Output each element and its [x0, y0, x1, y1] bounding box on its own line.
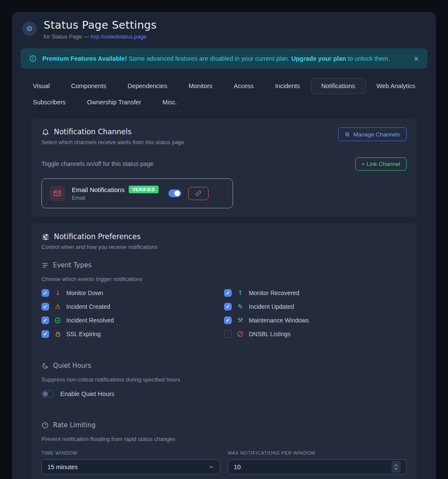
unlink-channel-button[interactable]	[188, 187, 209, 200]
banner-text: Premium Features Available! Some advance…	[42, 55, 390, 62]
status-page-link[interactable]: hsp.hostedstatus.page	[91, 33, 147, 40]
incident-updated-checkbox[interactable]	[224, 303, 232, 310]
channel-name: Email Notifications	[72, 186, 124, 193]
tab-incidents[interactable]: Incidents	[265, 78, 311, 94]
monitor-down-checkbox[interactable]	[41, 289, 49, 297]
settings-panel: ⚙ Status Page Settings for Status Page —…	[12, 12, 436, 479]
monitor-down-icon: ↓	[54, 290, 62, 296]
toggle-channels-hint: Toggle channels on/off for this status p…	[41, 160, 153, 167]
event-row-incident-resolved: Incident Resolved	[41, 316, 224, 325]
quiet-hours-toggle-label: Enable Quiet Hours	[60, 390, 115, 397]
tab-dependencies[interactable]: Dependencies	[117, 78, 178, 94]
quiet-hours-toggle[interactable]	[41, 390, 54, 398]
close-icon[interactable]: ×	[414, 54, 419, 63]
chain-link-icon	[195, 190, 201, 196]
event-row-monitor-down: ↓ Monitor Down	[41, 289, 224, 297]
tab-visual[interactable]: Visual	[22, 78, 60, 94]
event-row-incident-created: ⚠ Incident Created	[41, 302, 224, 311]
monitor-recovered-checkbox[interactable]	[224, 289, 232, 297]
event-row-maintenance-windows: ⚒ Maintenance Windows	[224, 316, 407, 325]
rate-limiting-form: TIME WINDOW 15 minutes MAX NOTIFICATIONS…	[41, 450, 407, 474]
tab-misc[interactable]: Misc.	[152, 94, 188, 110]
chevron-down-icon	[208, 464, 214, 470]
max-notifications-input[interactable]: 10	[228, 459, 407, 474]
gauge-icon	[41, 422, 49, 429]
incident-created-checkbox[interactable]	[41, 303, 49, 310]
info-icon	[29, 55, 37, 62]
channel-item-email: Email Notifications VERIFIED Email	[41, 178, 233, 208]
quiet-hours-heading: Quiet Hours	[41, 362, 407, 370]
event-row-dnsbl-listings: DNSBL Listings	[224, 330, 407, 338]
verified-badge: VERIFIED	[129, 186, 158, 193]
upgrade-plan-link[interactable]: Upgrade your plan	[291, 55, 346, 62]
max-notifications-label: MAX NOTIFICATIONS PER WINDOW	[228, 450, 407, 455]
dnsbl-checkbox[interactable]	[224, 330, 232, 338]
rate-limiting-subtitle: Prevent notification flooding from rapid…	[41, 436, 407, 442]
maintenance-checkbox[interactable]	[224, 316, 232, 324]
dnsbl-icon	[236, 331, 244, 337]
number-stepper[interactable]	[392, 461, 401, 473]
moon-icon	[41, 362, 49, 370]
incident-resolved-icon	[54, 317, 62, 324]
event-types-heading: Event Types	[41, 261, 407, 269]
channel-type: Email	[72, 195, 162, 201]
incident-resolved-checkbox[interactable]	[41, 316, 49, 324]
tab-monitors[interactable]: Monitors	[178, 78, 223, 94]
channels-heading: Notification Channels	[41, 127, 184, 136]
premium-banner: Premium Features Available! Some advance…	[21, 48, 427, 68]
bell-icon	[41, 128, 50, 136]
tab-subscribers[interactable]: Subscribers	[22, 94, 77, 110]
incident-created-icon: ⚠	[54, 304, 62, 310]
tab-access[interactable]: Access	[223, 78, 265, 94]
time-window-label: TIME WINDOW	[41, 450, 220, 455]
notifications-tab-content: Notification Channels Select which chann…	[24, 112, 424, 479]
notification-preferences-card: Notification Preferences Control when an…	[31, 224, 417, 479]
quiet-hours-subtitle: Suppress non-critical notifications duri…	[41, 376, 407, 383]
event-row-incident-updated: ✎ Incident Updated	[224, 302, 407, 311]
preferences-subtitle: Control when and how you receive notific…	[41, 244, 407, 250]
monitor-recovered-icon: ↑	[236, 290, 244, 296]
manage-channels-button[interactable]: ⚙ Manage Channels	[338, 127, 407, 141]
gear-avatar: ⚙	[22, 21, 37, 36]
event-types-subtitle: Choose which events trigger notification…	[41, 276, 407, 282]
tab-ownership-transfer[interactable]: Ownership Transfer	[77, 94, 152, 110]
gear-icon: ⚙	[345, 131, 350, 138]
gear-icon: ⚙	[26, 24, 32, 33]
rate-limiting-heading: Rate Limiting	[41, 421, 407, 429]
email-icon	[50, 186, 65, 201]
ssl-lock-icon	[54, 331, 62, 337]
ssl-checkbox[interactable]	[41, 330, 49, 338]
page-subtitle: for Status Page — hsp.hostedstatus.page	[44, 33, 157, 40]
maintenance-icon: ⚒	[236, 317, 244, 324]
event-row-monitor-recovered: ↑ Monitor Recovered	[224, 289, 407, 297]
link-channel-button[interactable]: + Link Channel	[355, 157, 407, 171]
tab-components[interactable]: Components	[60, 78, 117, 94]
incident-updated-icon: ✎	[236, 304, 244, 310]
settings-tabs: Visual Components Dependencies Monitors …	[22, 78, 427, 110]
event-types-grid: ↓ Monitor Down ↑ Monitor Recovered ⚠ Inc…	[41, 289, 407, 338]
page-title: Status Page Settings	[44, 19, 157, 31]
notification-channels-card: Notification Channels Select which chann…	[31, 119, 417, 217]
preferences-heading: Notification Preferences	[41, 232, 407, 241]
time-window-select[interactable]: 15 minutes	[41, 459, 220, 474]
channels-subtitle: Select which channels receive alerts fro…	[41, 139, 184, 145]
channel-toggle[interactable]	[168, 189, 181, 197]
divider	[41, 350, 407, 351]
tab-notifications[interactable]: Notifications	[311, 78, 366, 94]
event-row-ssl-expiring: SSL Expiring	[41, 330, 224, 338]
divider	[41, 410, 407, 410]
sliders-icon	[41, 233, 50, 241]
tab-web-analytics[interactable]: Web Analytics	[366, 78, 426, 94]
page-header: ⚙ Status Page Settings for Status Page —…	[21, 17, 427, 40]
list-icon	[41, 262, 49, 269]
